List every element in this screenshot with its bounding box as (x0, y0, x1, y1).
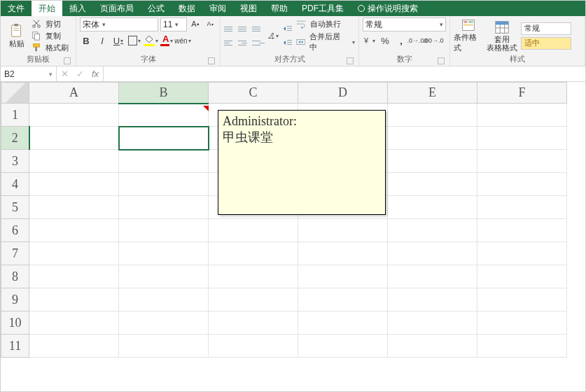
cell[interactable] (477, 104, 567, 127)
fill-color-button[interactable]: ▾ (144, 34, 157, 47)
align-center-button[interactable] (238, 36, 251, 49)
underline-button[interactable]: U▾ (112, 34, 125, 47)
decrease-font-button[interactable]: A▾ (204, 18, 216, 30)
cell[interactable] (119, 312, 209, 335)
cell[interactable] (298, 219, 388, 242)
clipboard-launcher[interactable] (64, 57, 71, 64)
cell[interactable] (388, 312, 477, 335)
alignment-launcher[interactable] (347, 57, 354, 64)
col-header-e[interactable]: E (388, 83, 477, 104)
format-as-table-button[interactable]: 套用 表格格式 (485, 18, 519, 53)
row-header-3[interactable]: 3 (1, 150, 29, 173)
align-right-button[interactable] (252, 36, 265, 49)
cell[interactable] (477, 312, 567, 335)
borders-button[interactable]: ▾ (128, 34, 141, 47)
cell-style-normal[interactable]: 常规 (521, 22, 571, 35)
menu-formulas[interactable]: 公式 (141, 1, 172, 16)
cell[interactable] (298, 335, 388, 358)
cell[interactable] (119, 150, 209, 173)
cell-b2[interactable] (119, 127, 209, 150)
wrap-text-button[interactable]: 自动换行 (296, 19, 355, 29)
phonetic-button[interactable]: wén▾ (176, 34, 189, 47)
font-launcher[interactable] (208, 57, 215, 64)
cell[interactable] (388, 150, 477, 173)
cell[interactable] (477, 150, 567, 173)
decrease-indent-button[interactable] (281, 22, 294, 35)
row-header-4[interactable]: 4 (1, 173, 29, 196)
cell[interactable] (119, 219, 209, 242)
cell[interactable] (388, 288, 477, 312)
row-header-5[interactable]: 5 (1, 196, 29, 219)
menu-data[interactable]: 数据 (172, 1, 202, 16)
increase-indent-button[interactable] (281, 36, 294, 49)
row-header-10[interactable]: 10 (1, 312, 29, 335)
insert-function-button[interactable]: fx (88, 66, 103, 82)
tell-me-search[interactable]: 操作说明搜索 (351, 1, 425, 16)
cell[interactable] (477, 219, 567, 242)
cell[interactable] (209, 288, 298, 312)
cell[interactable] (119, 335, 209, 358)
align-left-button[interactable] (224, 36, 237, 49)
cell[interactable] (29, 335, 119, 358)
number-format-combo[interactable]: 常规▾ (363, 18, 446, 31)
cell[interactable] (29, 219, 119, 242)
align-middle-button[interactable] (238, 22, 251, 35)
cell[interactable] (209, 335, 298, 358)
cell[interactable] (477, 196, 567, 219)
cell[interactable] (477, 288, 567, 312)
copy-button[interactable]: 复制 (32, 31, 69, 41)
cell[interactable] (298, 242, 388, 265)
menu-home[interactable]: 开始 (32, 1, 62, 16)
menu-page-layout[interactable]: 页面布局 (93, 1, 141, 16)
row-header-1[interactable]: 1 (1, 104, 29, 127)
number-launcher[interactable] (438, 57, 445, 64)
menu-pdf-tools[interactable]: PDF工具集 (295, 1, 351, 16)
percent-button[interactable]: % (379, 34, 391, 47)
cell[interactable] (119, 265, 209, 288)
align-bottom-button[interactable] (252, 22, 265, 35)
cell[interactable] (29, 312, 119, 335)
cell[interactable] (29, 265, 119, 288)
align-top-button[interactable] (224, 22, 237, 35)
decrease-decimal-button[interactable]: .00→.0 (427, 34, 440, 47)
cell[interactable] (388, 173, 477, 196)
cancel-formula-button[interactable]: ✕ (57, 66, 72, 82)
cell-style-good[interactable]: 适中 (521, 37, 571, 50)
menu-view[interactable]: 视图 (233, 1, 264, 16)
font-size-combo[interactable]: 11▾ (160, 18, 187, 31)
row-header-8[interactable]: 8 (1, 265, 29, 288)
name-box[interactable]: B2▾ (1, 66, 57, 81)
cell[interactable] (209, 312, 298, 335)
row-header-9[interactable]: 9 (1, 288, 29, 312)
col-header-c[interactable]: C (209, 83, 298, 104)
cell[interactable] (119, 173, 209, 196)
font-color-button[interactable]: A▾ (160, 34, 173, 47)
cell[interactable] (29, 196, 119, 219)
col-header-b[interactable]: B (119, 83, 209, 104)
cell[interactable] (209, 219, 298, 242)
cell[interactable] (388, 242, 477, 265)
cell[interactable] (209, 242, 298, 265)
accounting-format-button[interactable]: ¥▾ (363, 34, 375, 47)
cell[interactable] (388, 196, 477, 219)
menu-help[interactable]: 帮助 (264, 1, 295, 16)
cell[interactable] (298, 288, 388, 312)
cell[interactable] (29, 104, 119, 127)
col-header-a[interactable]: A (29, 83, 119, 104)
cell[interactable] (209, 265, 298, 288)
menu-file[interactable]: 文件 (1, 1, 32, 16)
cell[interactable] (477, 242, 567, 265)
cell[interactable] (119, 288, 209, 312)
row-header-2[interactable]: 2 (1, 127, 29, 150)
bold-button[interactable]: B (80, 34, 92, 47)
cell[interactable] (477, 127, 567, 150)
menu-insert[interactable]: 插入 (62, 1, 93, 16)
cell[interactable] (388, 127, 477, 150)
formula-bar-input[interactable] (104, 66, 585, 81)
cell[interactable] (388, 104, 477, 127)
cell[interactable] (388, 335, 477, 358)
increase-decimal-button[interactable]: .0→.00 (411, 34, 424, 47)
menu-review[interactable]: 审阅 (202, 1, 233, 16)
cell[interactable] (119, 104, 209, 127)
cell[interactable] (29, 173, 119, 196)
